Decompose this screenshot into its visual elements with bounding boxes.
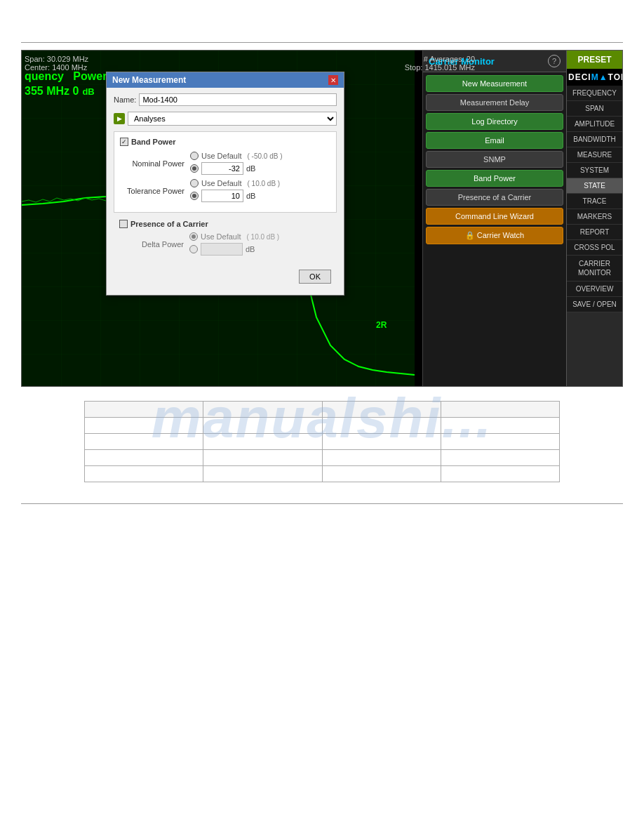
- band-power-header: ✓ Band Power: [120, 138, 330, 146]
- table-area: [84, 401, 560, 482]
- tolerance-power-label: Tolerance Power: [120, 187, 190, 195]
- trace-button[interactable]: TRACE: [567, 194, 622, 209]
- tolerance-default-val: ( 10.0 dB ): [247, 180, 280, 187]
- table-cell: [441, 418, 559, 434]
- nominal-use-default-label: Use Default: [201, 152, 241, 160]
- table-row: [85, 418, 560, 434]
- amplitude-button[interactable]: AMPLITUDE: [567, 117, 622, 132]
- delta-value-radio[interactable]: [189, 245, 198, 253]
- table-cell: [85, 402, 203, 418]
- tolerance-use-default-radio[interactable]: [190, 179, 199, 187]
- help-button[interactable]: ?: [548, 55, 561, 67]
- table-cell: [85, 418, 203, 434]
- table-cell: [322, 450, 441, 466]
- freq-readout: quency Power 355 MHz 0 dB: [25, 69, 107, 98]
- delta-default-val: ( 10.0 dB ): [246, 233, 279, 241]
- screenshot-container: 2R Span: 30.029 MHz Center: 1400 MHz # A…: [21, 50, 623, 387]
- table-cell: [85, 466, 203, 482]
- tolerance-db-label: dB: [246, 192, 255, 200]
- averages-label: # Averages: 20: [405, 55, 475, 63]
- band-power-button[interactable]: Band Power: [426, 170, 563, 187]
- tolerance-power-options: Use Default ( 10.0 dB ) dB: [190, 179, 280, 202]
- tolerance-use-default-row: Use Default ( 10.0 dB ): [190, 179, 280, 187]
- span-label: Span: 30.029 MHz: [25, 55, 88, 63]
- nominal-power-label: Nominal Power: [120, 159, 190, 168]
- nominal-default-val: ( -50.0 dB ): [247, 152, 282, 160]
- system-button[interactable]: SYSTEM: [567, 163, 622, 178]
- ok-button[interactable]: OK: [299, 270, 331, 284]
- markers-button[interactable]: MARKERS: [567, 209, 622, 225]
- band-power-section: ✓ Band Power Nominal Power Use Default (…: [114, 131, 337, 213]
- preset-button[interactable]: PRESET: [567, 51, 622, 69]
- tolerance-power-input[interactable]: [201, 190, 243, 202]
- data-table: [84, 401, 560, 482]
- table-cell: [203, 434, 322, 450]
- delta-use-default-label: Use Default: [201, 232, 241, 241]
- table-cell: [85, 450, 203, 466]
- command-line-wizard-button[interactable]: Command Line Wizard: [426, 208, 563, 225]
- nominal-db-label: dB: [246, 164, 255, 173]
- overview-button[interactable]: OVERVIEW: [567, 282, 622, 297]
- bottom-rule: [21, 503, 623, 504]
- presence-title: Presence of a Carrier: [130, 220, 208, 228]
- presence-checkbox[interactable]: [119, 220, 128, 228]
- table-cell: [322, 418, 441, 434]
- table-cell: [441, 434, 559, 450]
- nominal-value-radio[interactable]: [190, 164, 199, 173]
- tolerance-value-radio[interactable]: [190, 192, 199, 200]
- table-cell: [322, 466, 441, 482]
- band-power-checkbox[interactable]: ✓: [120, 138, 128, 146]
- nominal-use-default-row: Use Default ( -50.0 dB ): [190, 152, 283, 160]
- carrier-monitor-panel: Carrier Monitor ? New Measurement Measur…: [422, 51, 566, 386]
- carrier-monitor-sidebar-button[interactable]: CARRIERMONITOR: [567, 256, 622, 282]
- delta-power-input[interactable]: [201, 243, 243, 256]
- dialog-title: New Measurement: [112, 75, 186, 85]
- table-cell: [441, 450, 559, 466]
- table-cell: [203, 466, 322, 482]
- name-input[interactable]: [139, 93, 337, 106]
- new-measurement-dialog: New Measurement ✕ Name: ▶ Analyses ✓ Ban…: [106, 72, 344, 296]
- dialog-close-button[interactable]: ✕: [328, 75, 338, 85]
- logo-deci: DECI: [568, 72, 591, 82]
- dialog-name-row: Name:: [114, 93, 337, 106]
- table-cell: [85, 434, 203, 450]
- frequency-button[interactable]: FREQUENCY: [567, 86, 622, 101]
- analyses-row: ▶ Analyses: [114, 112, 337, 126]
- table-cell: [322, 434, 441, 450]
- ok-row: OK: [114, 267, 337, 289]
- email-button[interactable]: Email: [426, 132, 563, 149]
- nominal-use-default-radio[interactable]: [190, 152, 199, 160]
- log-directory-button[interactable]: Log Directory: [426, 113, 563, 130]
- report-button[interactable]: REPORT: [567, 225, 622, 240]
- save-open-button[interactable]: SAVE / OPEN: [567, 297, 622, 312]
- table-row: [85, 466, 560, 482]
- measure-button[interactable]: MEASURE: [567, 147, 622, 163]
- measurement-delay-button[interactable]: Measurement Delay: [426, 94, 563, 111]
- table-cell: [203, 418, 322, 434]
- state-button[interactable]: STATE: [567, 178, 622, 194]
- table-cell: [203, 402, 322, 418]
- cross-pol-button[interactable]: CROSS POL: [567, 240, 622, 256]
- bandwidth-button[interactable]: BANDWIDTH: [567, 132, 622, 147]
- freq-value: 355 MHz 0: [25, 85, 79, 97]
- logo-mat: M▲: [591, 72, 608, 82]
- analyses-select[interactable]: Analyses: [128, 112, 337, 126]
- snmp-button[interactable]: SNMP: [426, 151, 563, 168]
- delta-use-default-radio[interactable]: [189, 232, 198, 241]
- presence-header: Presence of a Carrier: [119, 220, 331, 228]
- delta-power-label: Delta Power: [119, 240, 189, 249]
- span-button[interactable]: SPAN: [567, 101, 622, 117]
- carrier-watch-button[interactable]: 🔒 Carrier Watch: [426, 227, 563, 244]
- tolerance-power-row: Tolerance Power Use Default ( 10.0 dB ) …: [120, 179, 330, 202]
- decimator-logo: DECIM▲TOR: [567, 69, 622, 86]
- delta-db-label: dB: [246, 245, 255, 253]
- logo-or: TOR: [608, 72, 623, 82]
- top-rule: [21, 42, 623, 43]
- delta-use-default-row: Use Default ( 10.0 dB ): [189, 232, 279, 241]
- presence-of-carrier-button[interactable]: Presence of a Carrier: [426, 189, 563, 206]
- nominal-power-input[interactable]: [201, 162, 243, 175]
- band-power-title: Band Power: [131, 138, 176, 146]
- new-measurement-button[interactable]: New Measurement: [426, 75, 563, 92]
- far-right-sidebar: PRESET DECIM▲TOR FREQUENCY SPAN AMPLITUD…: [566, 51, 622, 386]
- table-row: [85, 450, 560, 466]
